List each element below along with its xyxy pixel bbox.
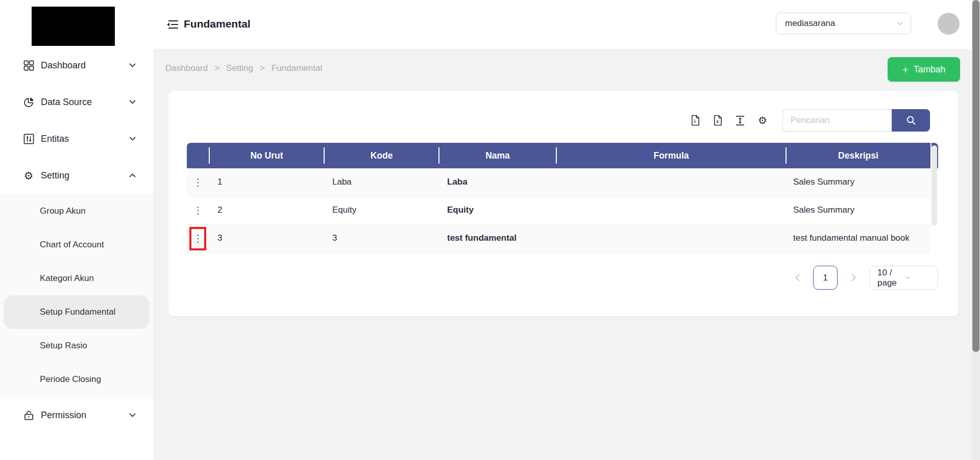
sidebar-item-permission[interactable]: Permission <box>0 397 153 433</box>
tenant-select[interactable]: mediasarana <box>776 13 911 34</box>
column-height-icon[interactable] <box>734 115 746 126</box>
cell-no-urut: 2 <box>209 205 324 215</box>
sidebar-item-label: Chart of Account <box>40 240 104 250</box>
sidebar-item-label: Permission <box>41 410 129 421</box>
search-icon <box>906 115 916 125</box>
pagination-prev-icon[interactable] <box>790 266 804 290</box>
sidebar-item-label: Periode Closing <box>40 374 101 385</box>
tenant-select-value: mediasarana <box>785 18 897 29</box>
sidebar-item-chart-of-account[interactable]: Chart of Account <box>4 228 150 262</box>
sidebar: Dashboard Data Source Entitas <box>0 0 153 460</box>
sidebar-item-label: Entitas <box>41 134 129 144</box>
export-pdf-icon[interactable]: λ <box>690 115 701 126</box>
chevron-up-icon <box>129 173 136 177</box>
search-group <box>782 109 930 132</box>
gear-icon: ⚙ <box>23 170 34 181</box>
cell-nama: Laba <box>439 177 556 187</box>
cell-nama: Equity <box>439 205 556 215</box>
data-table: No Urut Kode Nama Formula Deskripsi ⋮ 1 … <box>187 143 938 252</box>
sidebar-item-setup-rasio[interactable]: Setup Rasio <box>4 329 150 363</box>
table-row: ⋮ 3 3 test fundamental test fundamental … <box>187 224 930 252</box>
column-header-no-urut: No Urut <box>209 143 324 168</box>
sidebar-item-label: Dashboard <box>41 60 129 71</box>
breadcrumb: Dashboard > Setting > Fundamental <box>165 63 322 73</box>
chevron-down-icon <box>129 413 136 417</box>
sidebar-item-label: Setup Fundamental <box>40 307 115 317</box>
pagination-next-icon[interactable] <box>846 266 861 290</box>
cell-kode: Equity <box>324 205 439 215</box>
page-scrollbar-thumb[interactable] <box>972 0 979 352</box>
pagination-page-1[interactable]: 1 <box>813 266 838 290</box>
row-actions-kebab-icon[interactable]: ⋮ <box>189 232 207 245</box>
pie-chart-icon <box>23 96 34 108</box>
table-body: ⋮ 1 Laba Laba Sales Summary ⋮ 2 Equity E… <box>187 168 930 252</box>
chevron-down-icon <box>129 63 136 67</box>
export-excel-icon[interactable]: x <box>712 115 723 126</box>
cell-deskripsi: Sales Summary <box>786 177 930 187</box>
sidebar-item-label: Kategori Akun <box>40 273 94 284</box>
sidebar-item-entitas[interactable]: Entitas <box>0 120 153 157</box>
grid-icon <box>23 60 34 71</box>
sidebar-item-setting[interactable]: ⚙ Setting <box>0 157 153 194</box>
cell-deskripsi: test fundamental manual book <box>786 233 930 243</box>
column-header-formula: Formula <box>556 143 786 168</box>
cell-nama: test fundamental <box>439 233 556 243</box>
cell-kode: Laba <box>324 177 439 187</box>
breadcrumb-separator: > <box>260 63 265 73</box>
app-window: Dashboard Data Source Entitas <box>0 0 980 460</box>
row-actions-kebab-icon[interactable]: ⋮ <box>189 203 207 217</box>
sidebar-item-dashboard[interactable]: Dashboard <box>0 47 153 84</box>
svg-text:x: x <box>716 119 719 124</box>
sidebar-item-label: Setting <box>41 170 129 181</box>
column-header-nama: Nama <box>439 143 556 168</box>
sidebar-item-data-source[interactable]: Data Source <box>0 84 153 120</box>
add-button[interactable]: + Tambah <box>888 57 960 82</box>
chevron-down-icon <box>129 100 136 104</box>
page-scrollbar[interactable] <box>972 0 980 460</box>
setting-submenu: Group Akun Chart of Account Kategori Aku… <box>0 194 153 397</box>
breadcrumb-item-current: Fundamental <box>272 63 322 73</box>
search-input[interactable] <box>782 109 892 132</box>
table-toolbar: λ x ⚙ <box>690 109 930 132</box>
table-row: ⋮ 1 Laba Laba Sales Summary <box>187 168 930 196</box>
sidebar-item-label: Setup Rasio <box>40 341 87 351</box>
add-button-label: Tambah <box>914 64 945 75</box>
app-logo <box>32 7 115 46</box>
breadcrumb-item-setting[interactable]: Setting <box>226 63 253 73</box>
plus-icon: + <box>902 64 909 75</box>
sidebar-item-kategori-akun[interactable]: Kategori Akun <box>4 262 150 295</box>
chevron-down-icon <box>904 276 932 279</box>
cell-no-urut: 3 <box>209 233 324 243</box>
sidebar-item-setup-fundamental[interactable]: Setup Fundamental <box>4 295 150 329</box>
menu-fold-icon[interactable] <box>166 19 179 30</box>
top-header: Fundamental mediasarana <box>153 0 980 49</box>
row-actions-kebab-icon[interactable]: ⋮ <box>189 175 207 189</box>
page-size-value: 10 / page <box>877 268 904 288</box>
sidebar-item-label: Group Akun <box>40 206 86 216</box>
export-icons: λ x ⚙ <box>690 115 768 126</box>
breadcrumb-item-dashboard[interactable]: Dashboard <box>165 63 208 73</box>
cell-kode: 3 <box>324 233 439 243</box>
chevron-down-icon <box>129 137 136 141</box>
sidebar-item-periode-closing[interactable]: Periode Closing <box>4 363 150 396</box>
avatar[interactable] <box>938 13 960 35</box>
unlock-icon <box>23 410 34 421</box>
svg-text:λ: λ <box>694 119 696 124</box>
cell-no-urut: 1 <box>209 177 324 187</box>
sidebar-item-label: Data Source <box>41 97 129 108</box>
page-size-select[interactable]: 10 / page <box>869 266 938 290</box>
column-settings-gear-icon[interactable]: ⚙ <box>757 115 768 126</box>
table-header-row: No Urut Kode Nama Formula Deskripsi <box>187 143 938 168</box>
page-title: Fundamental <box>184 18 251 30</box>
main-content: Dashboard > Setting > Fundamental + Tamb… <box>153 49 980 460</box>
column-header-deskripsi: Deskripsi <box>786 143 930 168</box>
table-scrollbar-thumb[interactable] <box>932 145 937 225</box>
table-card: λ x ⚙ <box>168 91 959 316</box>
sliders-icon <box>23 133 34 144</box>
search-button[interactable] <box>892 109 930 132</box>
table-row: ⋮ 2 Equity Equity Sales Summary <box>187 196 930 224</box>
column-header-kode: Kode <box>324 143 439 168</box>
sidebar-item-group-akun[interactable]: Group Akun <box>4 194 150 228</box>
cell-deskripsi: Sales Summary <box>786 205 930 215</box>
chevron-down-icon <box>897 21 903 25</box>
